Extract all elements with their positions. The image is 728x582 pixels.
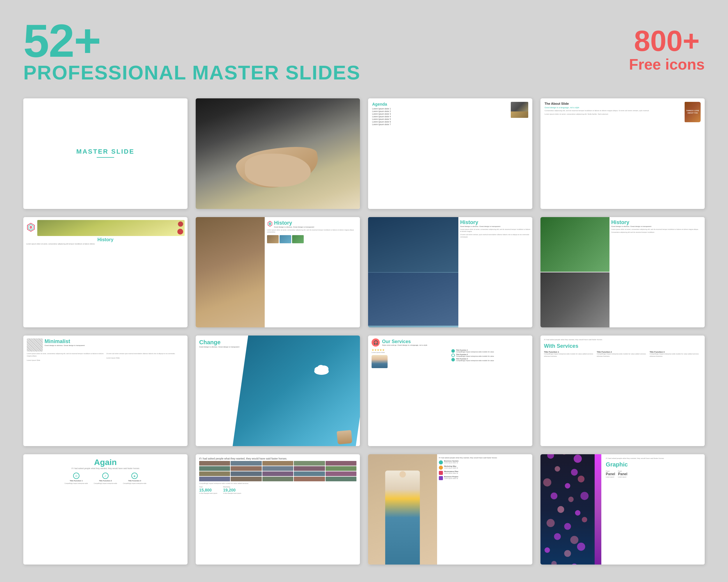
dg-stat-2-sub: Lorem ipsum — [618, 476, 627, 478]
about-left: The About Slide Good design is a languag… — [545, 102, 682, 122]
ws-col-1-title: Title Function 1 — [544, 351, 596, 353]
hist-type-header: History Good design is obvious. Great de… — [267, 220, 358, 228]
dg-title: Graphic — [606, 461, 702, 468]
grid-cell-12 — [231, 471, 261, 476]
main-title-block: 52+ PROFESSIONAL MASTER SLIDES — [23, 18, 361, 84]
slide-card-1[interactable]: MASTER SLIDE — [23, 99, 187, 209]
gs-text-3: Masterpiece Plan Lorem ipsum dolor sit — [444, 471, 458, 474]
ws-col-2-title: Title Function 2 — [597, 351, 648, 353]
with-services-content: If I had asked people what they wanted, … — [541, 335, 705, 361]
gs-row-3: Masterpiece Plan Lorem ipsum dolor sit — [439, 471, 530, 475]
svg-point-19 — [568, 496, 574, 502]
history-icon-top — [26, 220, 185, 236]
cloud-icon — [313, 363, 330, 375]
dg-stat-1-num: Panel — [606, 472, 615, 476]
tech-body: Lorem ipsum dolor sit amet, consectetur … — [611, 228, 703, 231]
services-top: 🎧 Our Services Style come and go. Good d… — [371, 338, 529, 347]
slide-card-11[interactable]: 🎧 Our Services Style come and go. Good d… — [368, 335, 532, 446]
again-content: Again If I had asked people what they wa… — [23, 454, 187, 488]
again-icon-text-1: Title Function 1 — [70, 480, 83, 481]
slide-card-10[interactable]: Change Good design is obvious. Great des… — [196, 335, 360, 446]
hist-img-1 — [267, 235, 279, 243]
graphic-layout: If I had asked people what they wanted, … — [368, 454, 532, 565]
collab-photo-bottom — [368, 273, 458, 326]
pg-stat-2: Marketing 19,200 In this example lorem i… — [223, 486, 241, 494]
slide-card-7[interactable]: History Good design is obvious. Great de… — [368, 217, 532, 328]
slide-card-9[interactable]: Minimalist Good design is obvious. Great… — [23, 335, 187, 446]
history-tech-layout: History Good design is obvious. Great de… — [541, 217, 705, 328]
service-item-3: Title Function 3Compellingly impact ente… — [451, 358, 529, 361]
slide-card-13[interactable]: Again If I had asked people what they wa… — [23, 454, 187, 565]
min-body-left: Lorem ipsum dolor sit amet, consectetur … — [27, 353, 105, 362]
grid-cell-3 — [262, 461, 293, 466]
change-bg-shape — [231, 335, 360, 446]
service-text-2: Title Function 2Compellingly impact ente… — [456, 354, 494, 357]
history-type-content: History Good design is obvious. Great de… — [265, 217, 360, 328]
grid-cell-13 — [262, 471, 293, 476]
person-icon — [371, 355, 388, 368]
slide-card-12[interactable]: If I had asked people what they wanted, … — [541, 335, 705, 446]
again-sub: If I had asked people what they wanted, … — [71, 467, 139, 470]
ws-title: With Services — [544, 343, 701, 349]
min-text: Minimalist Good design is obvious. Great… — [45, 338, 85, 346]
hex-icon-small — [267, 221, 273, 227]
pg-stat-1-sub: In this example lorem ipsum — [199, 492, 217, 494]
again-icon-3: ◈ Title Function 3 Compellingly impact e… — [123, 473, 146, 484]
ws-col-1: Title Function 1 Compellingly impact ent… — [544, 351, 596, 357]
slide-card-2[interactable] — [196, 99, 360, 209]
slide-card-6[interactable]: History Good design is obvious. Great de… — [196, 217, 360, 328]
slides-grid: MASTER SLIDE Agenda Lorem Ipsum dolor 1 … — [23, 99, 705, 564]
main-subtitle: PROFESSIONAL MASTER SLIDES — [23, 61, 361, 84]
grid-cell-16 — [199, 477, 230, 481]
agenda-item-1: Lorem Ipsum dolor 1 — [372, 108, 509, 110]
svg-point-22 — [575, 510, 581, 516]
again-icon-1: ⊙ Title Function 1 Compellingly impact e… — [64, 473, 88, 484]
again-icon-text-3: Title Function 3 — [128, 480, 141, 481]
svg-point-18 — [551, 492, 557, 499]
grid-cell-2 — [231, 461, 261, 466]
icon-badge: 800+ Free icons — [629, 26, 705, 73]
change-sub: Good design is obvious. Great design is … — [199, 346, 239, 348]
service-item-2: Title Function 2Compellingly impact ente… — [451, 354, 529, 357]
hand-shape — [234, 141, 322, 194]
icon-count: 800+ — [629, 26, 705, 55]
gs-icon-2 — [439, 466, 443, 470]
hand-shape-change — [337, 430, 353, 444]
gs-title-2: Marketing Way — [444, 465, 458, 467]
again-title: Again — [94, 458, 117, 467]
slide-card-15[interactable]: If I had asked people what they wanted, … — [368, 454, 532, 565]
again-circle-2: ✓ — [102, 473, 109, 479]
grid-cell-5 — [326, 461, 357, 466]
services-rating-text: Lorem ipsum dolor — [371, 352, 449, 353]
character-body — [385, 471, 420, 564]
svg-point-12 — [574, 454, 582, 463]
again-icons: ⊙ Title Function 1 Compellingly impact e… — [64, 473, 147, 484]
collab-photo — [368, 217, 458, 328]
hist-type-title-text: History Good design is obvious. Great de… — [274, 220, 314, 228]
tech-photo-phone — [541, 272, 609, 327]
svg-point-24 — [564, 523, 571, 530]
graphic-service-list: Business System Lorem ipsum dolor sit Ma… — [439, 460, 530, 480]
slide-card-16[interactable]: If I had asked people what they wanted, … — [541, 454, 705, 565]
agenda-item-2: Lorem Ipsum dolor 2 — [372, 110, 509, 112]
dg-stat-1-sub: Lorem ipsum — [606, 476, 615, 478]
dg-quote: If I had asked people what they wanted, … — [606, 457, 702, 460]
ws-columns: Title Function 1 Compellingly impact ent… — [544, 351, 701, 357]
slide-card-5[interactable]: History Lorem ipsum dolor sit amet, cons… — [23, 217, 187, 328]
ws-col-2-text: Compellingly impact enterprise-wide mode… — [597, 353, 648, 357]
min-bottom: Lorem ipsum dolor sit amet, consectetur … — [27, 353, 184, 362]
agenda-top: Agenda Lorem Ipsum dolor 1 Lorem Ipsum d… — [372, 102, 528, 126]
slide-card-14[interactable]: If I had asked people what they wanted, … — [196, 454, 360, 565]
service-dot-3 — [451, 358, 455, 361]
pg-body: Compellingly impact enterprise-wide mode… — [199, 482, 357, 484]
about-book: THINGS I LOVE ABOUT YOU — [685, 102, 701, 122]
tech-photo-plants — [541, 217, 609, 272]
grid-cell-6 — [199, 466, 230, 471]
slide-card-4[interactable]: The About Slide Good design is a languag… — [541, 99, 705, 209]
about-content: The About Slide Good design is a languag… — [541, 99, 705, 126]
ws-quote: If I had asked people what they wanted, … — [544, 338, 701, 341]
slide-card-3[interactable]: Agenda Lorem Ipsum dolor 1 Lorem Ipsum d… — [368, 99, 532, 209]
dg-stat-1: Panel Panel Lorem ipsum — [606, 470, 615, 478]
slide-card-8[interactable]: History Good design is obvious. Great de… — [541, 217, 705, 328]
svg-point-17 — [578, 475, 584, 482]
